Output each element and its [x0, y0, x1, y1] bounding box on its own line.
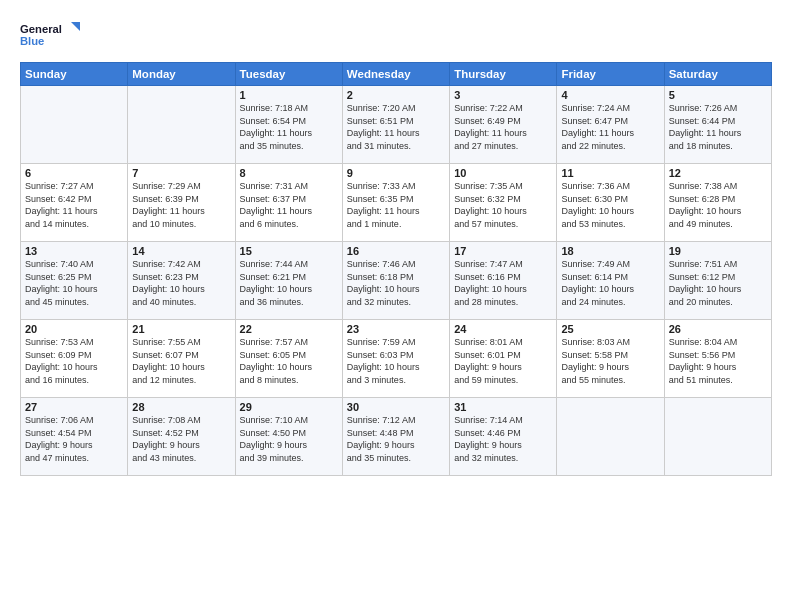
- svg-text:General: General: [20, 23, 62, 35]
- weekday-header-wednesday: Wednesday: [342, 63, 449, 86]
- day-number: 31: [454, 401, 552, 413]
- calendar-week-2: 6Sunrise: 7:27 AM Sunset: 6:42 PM Daylig…: [21, 164, 772, 242]
- calendar-week-5: 27Sunrise: 7:06 AM Sunset: 4:54 PM Dayli…: [21, 398, 772, 476]
- day-number: 22: [240, 323, 338, 335]
- day-number: 16: [347, 245, 445, 257]
- day-number: 8: [240, 167, 338, 179]
- logo: General Blue: [20, 16, 80, 52]
- day-info: Sunrise: 7:49 AM Sunset: 6:14 PM Dayligh…: [561, 258, 659, 308]
- calendar-table: SundayMondayTuesdayWednesdayThursdayFrid…: [20, 62, 772, 476]
- calendar-cell: [664, 398, 771, 476]
- day-number: 23: [347, 323, 445, 335]
- day-number: 17: [454, 245, 552, 257]
- calendar-cell: 4Sunrise: 7:24 AM Sunset: 6:47 PM Daylig…: [557, 86, 664, 164]
- day-info: Sunrise: 7:22 AM Sunset: 6:49 PM Dayligh…: [454, 102, 552, 152]
- day-number: 29: [240, 401, 338, 413]
- weekday-header-thursday: Thursday: [450, 63, 557, 86]
- calendar-cell: 8Sunrise: 7:31 AM Sunset: 6:37 PM Daylig…: [235, 164, 342, 242]
- day-info: Sunrise: 7:57 AM Sunset: 6:05 PM Dayligh…: [240, 336, 338, 386]
- day-info: Sunrise: 7:06 AM Sunset: 4:54 PM Dayligh…: [25, 414, 123, 464]
- weekday-header-monday: Monday: [128, 63, 235, 86]
- day-info: Sunrise: 7:24 AM Sunset: 6:47 PM Dayligh…: [561, 102, 659, 152]
- day-info: Sunrise: 7:40 AM Sunset: 6:25 PM Dayligh…: [25, 258, 123, 308]
- day-number: 11: [561, 167, 659, 179]
- weekday-header-friday: Friday: [557, 63, 664, 86]
- calendar-cell: 2Sunrise: 7:20 AM Sunset: 6:51 PM Daylig…: [342, 86, 449, 164]
- calendar-cell: [128, 86, 235, 164]
- calendar-week-4: 20Sunrise: 7:53 AM Sunset: 6:09 PM Dayli…: [21, 320, 772, 398]
- day-number: 30: [347, 401, 445, 413]
- day-number: 28: [132, 401, 230, 413]
- day-info: Sunrise: 8:01 AM Sunset: 6:01 PM Dayligh…: [454, 336, 552, 386]
- weekday-header-tuesday: Tuesday: [235, 63, 342, 86]
- day-number: 21: [132, 323, 230, 335]
- calendar-week-1: 1Sunrise: 7:18 AM Sunset: 6:54 PM Daylig…: [21, 86, 772, 164]
- calendar-cell: [21, 86, 128, 164]
- day-number: 14: [132, 245, 230, 257]
- calendar-header: SundayMondayTuesdayWednesdayThursdayFrid…: [21, 63, 772, 86]
- weekday-header-saturday: Saturday: [664, 63, 771, 86]
- calendar-cell: 15Sunrise: 7:44 AM Sunset: 6:21 PM Dayli…: [235, 242, 342, 320]
- day-info: Sunrise: 7:18 AM Sunset: 6:54 PM Dayligh…: [240, 102, 338, 152]
- day-info: Sunrise: 7:59 AM Sunset: 6:03 PM Dayligh…: [347, 336, 445, 386]
- day-info: Sunrise: 7:53 AM Sunset: 6:09 PM Dayligh…: [25, 336, 123, 386]
- calendar-cell: 13Sunrise: 7:40 AM Sunset: 6:25 PM Dayli…: [21, 242, 128, 320]
- day-info: Sunrise: 7:12 AM Sunset: 4:48 PM Dayligh…: [347, 414, 445, 464]
- calendar-cell: 24Sunrise: 8:01 AM Sunset: 6:01 PM Dayli…: [450, 320, 557, 398]
- calendar-cell: 14Sunrise: 7:42 AM Sunset: 6:23 PM Dayli…: [128, 242, 235, 320]
- day-info: Sunrise: 8:04 AM Sunset: 5:56 PM Dayligh…: [669, 336, 767, 386]
- day-info: Sunrise: 7:26 AM Sunset: 6:44 PM Dayligh…: [669, 102, 767, 152]
- day-info: Sunrise: 7:10 AM Sunset: 4:50 PM Dayligh…: [240, 414, 338, 464]
- calendar-cell: 1Sunrise: 7:18 AM Sunset: 6:54 PM Daylig…: [235, 86, 342, 164]
- day-info: Sunrise: 7:20 AM Sunset: 6:51 PM Dayligh…: [347, 102, 445, 152]
- calendar-cell: 30Sunrise: 7:12 AM Sunset: 4:48 PM Dayli…: [342, 398, 449, 476]
- day-info: Sunrise: 8:03 AM Sunset: 5:58 PM Dayligh…: [561, 336, 659, 386]
- calendar-cell: 11Sunrise: 7:36 AM Sunset: 6:30 PM Dayli…: [557, 164, 664, 242]
- day-number: 12: [669, 167, 767, 179]
- day-info: Sunrise: 7:42 AM Sunset: 6:23 PM Dayligh…: [132, 258, 230, 308]
- day-number: 26: [669, 323, 767, 335]
- calendar-cell: 26Sunrise: 8:04 AM Sunset: 5:56 PM Dayli…: [664, 320, 771, 398]
- day-info: Sunrise: 7:31 AM Sunset: 6:37 PM Dayligh…: [240, 180, 338, 230]
- day-number: 20: [25, 323, 123, 335]
- calendar-cell: 16Sunrise: 7:46 AM Sunset: 6:18 PM Dayli…: [342, 242, 449, 320]
- calendar-cell: 25Sunrise: 8:03 AM Sunset: 5:58 PM Dayli…: [557, 320, 664, 398]
- day-info: Sunrise: 7:47 AM Sunset: 6:16 PM Dayligh…: [454, 258, 552, 308]
- calendar-cell: [557, 398, 664, 476]
- day-number: 24: [454, 323, 552, 335]
- calendar-cell: 18Sunrise: 7:49 AM Sunset: 6:14 PM Dayli…: [557, 242, 664, 320]
- calendar-cell: 23Sunrise: 7:59 AM Sunset: 6:03 PM Dayli…: [342, 320, 449, 398]
- day-info: Sunrise: 7:29 AM Sunset: 6:39 PM Dayligh…: [132, 180, 230, 230]
- day-number: 5: [669, 89, 767, 101]
- day-info: Sunrise: 7:38 AM Sunset: 6:28 PM Dayligh…: [669, 180, 767, 230]
- calendar-cell: 5Sunrise: 7:26 AM Sunset: 6:44 PM Daylig…: [664, 86, 771, 164]
- calendar-cell: 9Sunrise: 7:33 AM Sunset: 6:35 PM Daylig…: [342, 164, 449, 242]
- calendar-cell: 21Sunrise: 7:55 AM Sunset: 6:07 PM Dayli…: [128, 320, 235, 398]
- calendar-cell: 22Sunrise: 7:57 AM Sunset: 6:05 PM Dayli…: [235, 320, 342, 398]
- day-info: Sunrise: 7:14 AM Sunset: 4:46 PM Dayligh…: [454, 414, 552, 464]
- day-info: Sunrise: 7:35 AM Sunset: 6:32 PM Dayligh…: [454, 180, 552, 230]
- day-number: 6: [25, 167, 123, 179]
- day-number: 7: [132, 167, 230, 179]
- calendar-cell: 12Sunrise: 7:38 AM Sunset: 6:28 PM Dayli…: [664, 164, 771, 242]
- day-number: 25: [561, 323, 659, 335]
- day-number: 10: [454, 167, 552, 179]
- day-info: Sunrise: 7:51 AM Sunset: 6:12 PM Dayligh…: [669, 258, 767, 308]
- calendar-cell: 19Sunrise: 7:51 AM Sunset: 6:12 PM Dayli…: [664, 242, 771, 320]
- day-number: 13: [25, 245, 123, 257]
- day-info: Sunrise: 7:36 AM Sunset: 6:30 PM Dayligh…: [561, 180, 659, 230]
- day-info: Sunrise: 7:55 AM Sunset: 6:07 PM Dayligh…: [132, 336, 230, 386]
- logo-svg: General Blue: [20, 16, 80, 52]
- calendar-cell: 28Sunrise: 7:08 AM Sunset: 4:52 PM Dayli…: [128, 398, 235, 476]
- page-header: General Blue: [20, 16, 772, 52]
- day-number: 27: [25, 401, 123, 413]
- day-number: 19: [669, 245, 767, 257]
- day-info: Sunrise: 7:44 AM Sunset: 6:21 PM Dayligh…: [240, 258, 338, 308]
- calendar-cell: 17Sunrise: 7:47 AM Sunset: 6:16 PM Dayli…: [450, 242, 557, 320]
- day-number: 15: [240, 245, 338, 257]
- calendar-cell: 31Sunrise: 7:14 AM Sunset: 4:46 PM Dayli…: [450, 398, 557, 476]
- svg-marker-2: [71, 22, 80, 31]
- day-info: Sunrise: 7:27 AM Sunset: 6:42 PM Dayligh…: [25, 180, 123, 230]
- day-number: 2: [347, 89, 445, 101]
- day-number: 9: [347, 167, 445, 179]
